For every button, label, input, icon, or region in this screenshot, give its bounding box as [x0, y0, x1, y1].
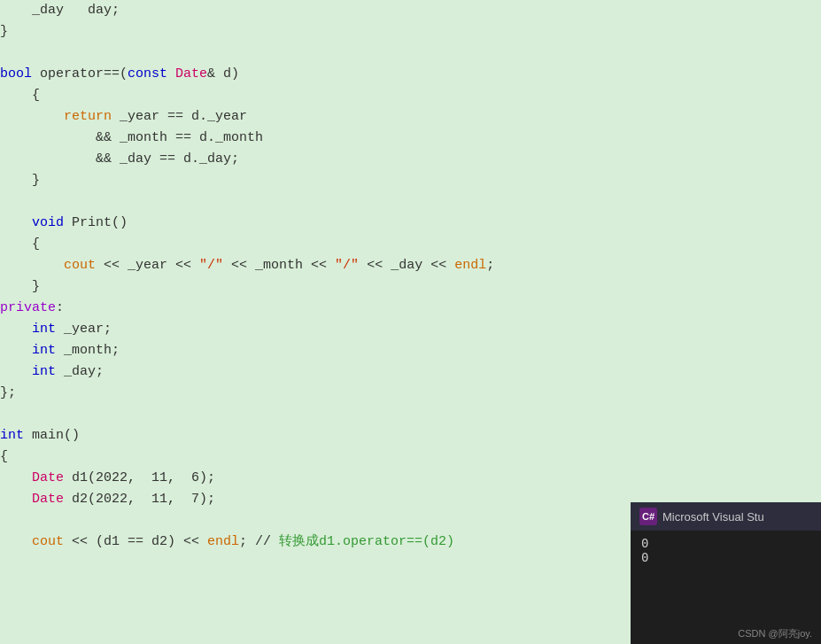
code-line: Date d1(2022, 11, 6); — [0, 468, 821, 489]
code-line-text: int main() — [0, 425, 821, 446]
code-line: && _day == d._day; — [0, 149, 821, 170]
code-line-text: }; — [0, 383, 821, 403]
code-line: int _year; — [0, 319, 821, 340]
side-panel-output: 0 0 — [631, 531, 821, 624]
code-line-text: int _year; — [0, 319, 821, 339]
vs-icon: C# — [639, 508, 657, 525]
code-line-text: { — [0, 446, 821, 467]
code-line-text: && _month == d._month — [0, 128, 821, 148]
side-panel-title-text: Microsoft Visual Stu — [662, 510, 764, 524]
code-line — [0, 404, 821, 425]
code-line-text: int _month; — [0, 340, 821, 361]
code-line-text: private: — [0, 298, 821, 318]
code-line: int _month; — [0, 340, 821, 361]
code-line: } — [0, 21, 821, 43]
code-line: } — [0, 170, 821, 191]
code-line-text — [0, 43, 821, 63]
side-panel-footer: CSDN @阿亮joy. — [631, 624, 821, 644]
code-line-text: } — [0, 276, 821, 297]
code-line-text — [0, 191, 821, 212]
code-line: } — [0, 276, 821, 298]
side-panel-title: C# Microsoft Visual Stu — [631, 502, 821, 531]
code-line: private: — [0, 298, 821, 319]
code-line: int main() — [0, 425, 821, 446]
code-line-text: return _year == d._year — [0, 106, 821, 127]
code-line: { — [0, 234, 821, 255]
code-line-text: _day day; — [0, 0, 821, 20]
code-line: return _year == d._year — [0, 106, 821, 128]
code-line: && _month == d._month — [0, 128, 821, 149]
code-line: }; — [0, 383, 821, 404]
code-line: { — [0, 85, 821, 106]
code-line: cout << _year << "/" << _month << "/" <<… — [0, 255, 821, 276]
code-line-text: { — [0, 234, 821, 254]
code-line-text: Date d1(2022, 11, 6); — [0, 468, 821, 488]
code-line: bool operator==(const Date& d) — [0, 64, 821, 85]
code-line: int _day; — [0, 361, 821, 383]
code-line-text: && _day == d._day; — [0, 149, 821, 169]
code-line-text: bool operator==(const Date& d) — [0, 64, 821, 84]
output-line-1: 0 — [641, 536, 810, 550]
code-line-text — [0, 404, 821, 424]
code-line — [0, 43, 821, 64]
code-line: { — [0, 446, 821, 468]
code-content: _day day;} bool operator==(const Date& d… — [0, 0, 821, 553]
code-line-text: } — [0, 21, 821, 42]
code-line-text: { — [0, 85, 821, 105]
side-panel: C# Microsoft Visual Stu 0 0 CSDN @阿亮joy. — [631, 502, 821, 644]
output-line-2: 0 — [641, 550, 810, 564]
code-line-text: } — [0, 170, 821, 190]
code-line: _day day; — [0, 0, 821, 21]
code-line-text: int _day; — [0, 361, 821, 382]
code-line: void Print() — [0, 213, 821, 234]
code-line — [0, 191, 821, 213]
code-line-text: void Print() — [0, 213, 821, 233]
code-line-text: cout << _year << "/" << _month << "/" <<… — [0, 255, 821, 275]
